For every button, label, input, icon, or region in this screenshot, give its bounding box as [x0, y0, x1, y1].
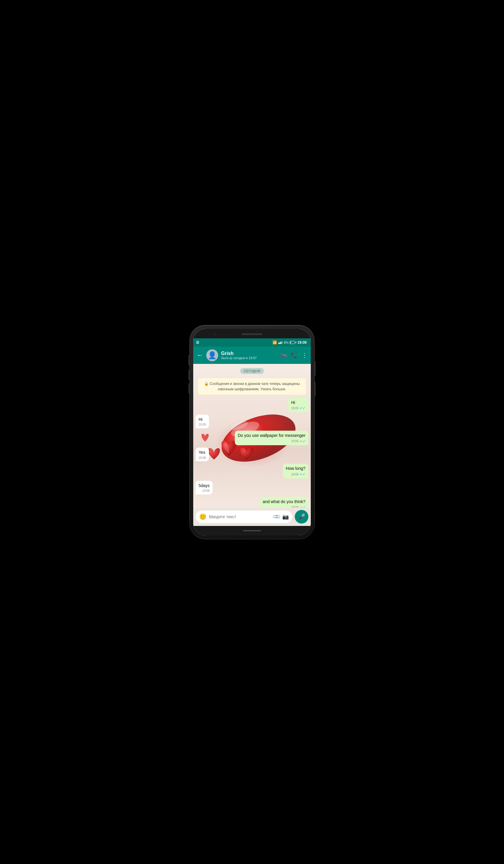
message-bubble-received: 5days 19:06: [196, 481, 213, 494]
message-time: 19:06: [199, 456, 206, 460]
status-left: 🖼: [196, 341, 199, 344]
more-options-icon[interactable]: ⋮: [302, 352, 307, 359]
message-meta: 19:06: [199, 489, 209, 493]
message-time: 19:06: [202, 489, 209, 493]
read-ticks: ✔✔: [300, 505, 305, 507]
signal-bars: [278, 341, 283, 344]
message-text: Hi: [291, 400, 295, 405]
header-icons: 📹 📞 ⋮: [280, 352, 307, 359]
contact-info[interactable]: Grish был(-а) сегодня в 19:07: [221, 350, 277, 360]
message-meta: 19:05: [199, 423, 206, 427]
message-input-box[interactable]: 🙂 📎 📷: [196, 511, 292, 523]
message-bubble-sent: and what do you think? 19:06 ✔✔: [260, 497, 308, 507]
encryption-text: 🔒 Сообщения и звонки в данном чате тепер…: [204, 382, 300, 391]
message-text: How long?: [286, 466, 305, 471]
phone-bottom-bar: [193, 526, 311, 536]
home-indicator: [243, 530, 261, 531]
date-badge: СЕГОДНЯ: [240, 368, 264, 374]
wifi-icon: 📶: [273, 340, 277, 345]
message-text: and what do you think?: [263, 499, 305, 504]
mic-button[interactable]: 🎤: [295, 510, 308, 524]
message-meta: 19:06 ✔✔: [286, 472, 305, 477]
message-meta: 19:06 ✔✔: [263, 505, 305, 507]
notification-icon: 🖼: [196, 341, 199, 344]
message-bubble-received: Yes 19:06: [196, 447, 209, 461]
message-time: 19:05: [291, 406, 299, 410]
phone-top-bar: [193, 329, 311, 338]
message-meta: 19:05 ✔✔: [291, 406, 305, 410]
message-meta: 19:05 ✔✔: [238, 439, 305, 444]
camera-button[interactable]: 📷: [282, 514, 289, 520]
message-row: Yes 19:06: [196, 447, 308, 461]
message-text: Do you use wallpaper for messenger: [238, 433, 305, 438]
read-ticks: ✔✔: [300, 439, 305, 444]
phone-screen: 🖼 📶 8% 19:09: [193, 329, 311, 536]
message-meta: 19:06: [199, 456, 206, 460]
status-bar: 🖼 📶 8% 19:09: [193, 338, 311, 347]
message-row: How long? 19:06 ✔✔: [196, 464, 308, 478]
message-time: 19:05: [199, 423, 206, 427]
message-row: Hi 19:05 ✔✔: [196, 398, 308, 412]
message-text: 5days: [199, 483, 209, 488]
emoji-button[interactable]: 🙂: [199, 513, 207, 520]
message-text: Hi: [199, 417, 202, 422]
phone-device: 🖼 📶 8% 19:09: [190, 325, 314, 539]
message-time: 19:05: [291, 439, 299, 443]
contact-name: Grish: [221, 350, 277, 356]
message-row: 5days 19:06: [196, 481, 308, 494]
attach-button[interactable]: 📎: [272, 512, 281, 521]
chat-messages: СЕГОДНЯ 🔒 Сообщения и звонки в данном ча…: [196, 366, 308, 507]
encryption-notice: 🔒 Сообщения и звонки в данном чате тепер…: [198, 378, 306, 395]
camera-dot: [214, 333, 216, 335]
app-header: ← 👤 Grish был(-а) сегодня в 19:07 📹 📞 ⋮: [193, 347, 311, 364]
avatar[interactable]: 👤: [206, 349, 218, 361]
message-bubble-received: Hi 19:05: [196, 415, 209, 428]
avatar-placeholder-icon: 👤: [208, 351, 217, 359]
chat-area: СЕГОДНЯ 🔒 Сообщения и звонки в данном ча…: [193, 364, 311, 507]
contact-status: был(-а) сегодня в 19:07: [221, 356, 277, 360]
back-button[interactable]: ←: [197, 351, 203, 359]
video-call-icon[interactable]: 📹: [280, 352, 287, 359]
mic-icon: 🎤: [298, 513, 305, 520]
message-row: and what do you think? 19:06 ✔✔: [196, 497, 308, 507]
message-bubble-sent: Hi 19:05 ✔✔: [288, 398, 308, 412]
voice-call-icon[interactable]: 📞: [291, 352, 297, 359]
read-ticks: ✔✔: [300, 472, 305, 477]
status-right: 📶 8% 19:09: [273, 340, 307, 345]
message-input[interactable]: [209, 514, 271, 519]
message-bubble-sent: How long? 19:06 ✔✔: [283, 464, 308, 478]
read-ticks: ✔✔: [300, 406, 305, 410]
input-area: 🙂 📎 📷 🎤: [193, 507, 311, 526]
battery-percent: 8%: [284, 341, 288, 344]
message-row: Hi 19:05: [196, 415, 308, 428]
status-time: 19:09: [297, 340, 307, 345]
message-time: 19:06: [291, 472, 299, 477]
battery-icon: [290, 341, 296, 344]
message-bubble-sent: Do you use wallpaper for messenger 19:05…: [235, 431, 308, 445]
message-row: Do you use wallpaper for messenger 19:05…: [196, 431, 308, 445]
speaker-grill: [242, 333, 262, 335]
message-text: Yes: [199, 450, 205, 455]
